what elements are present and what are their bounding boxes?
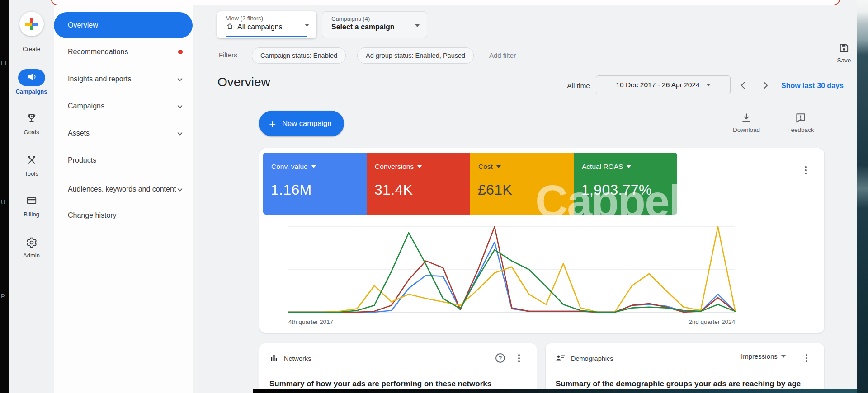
nav-item-label: Change history bbox=[68, 210, 183, 221]
active-tab-underline bbox=[226, 36, 307, 37]
new-campaign-button[interactable]: + New campaign bbox=[259, 111, 344, 136]
notification-banner-edge bbox=[51, 0, 840, 5]
view-selector-value: All campaigns bbox=[237, 23, 283, 31]
campaign-selector-caption: Campaigns (4) bbox=[331, 15, 427, 22]
nav-item-audiences-keywords-and-content[interactable]: Audiences, keywords and content bbox=[54, 177, 193, 202]
scorecard-conv-value[interactable]: Conv. value1.16M bbox=[263, 153, 367, 215]
scorecard-cost[interactable]: Cost£61K bbox=[470, 153, 574, 215]
sidebar-item-create[interactable] bbox=[9, 12, 54, 36]
notification-dot bbox=[178, 50, 183, 54]
overview-summary-card: Conv. value1.16MConversions31.4KCost£61K… bbox=[259, 148, 825, 333]
demographics-menu-kebab-icon[interactable] bbox=[804, 352, 809, 364]
sidebar-label-admin: Admin bbox=[9, 252, 54, 259]
help-icon[interactable]: ? bbox=[495, 353, 505, 363]
chevron-down-icon bbox=[781, 355, 786, 358]
next-period-button[interactable] bbox=[760, 80, 771, 91]
filter-chip-adgroup-status[interactable]: Ad group status: Enabled, Paused bbox=[357, 47, 474, 64]
plus-icon: + bbox=[269, 118, 276, 130]
background-text-fragment: U bbox=[1, 199, 5, 206]
sidebar-item-goals[interactable] bbox=[9, 112, 54, 126]
download-icon bbox=[741, 117, 752, 125]
previous-period-button[interactable] bbox=[737, 80, 749, 91]
add-filter-button[interactable]: Add filter bbox=[489, 51, 516, 59]
scorecard-value: 31.4K bbox=[374, 182, 413, 198]
gear-icon bbox=[26, 242, 38, 250]
view-selector[interactable]: View (2 filters) All campaigns bbox=[217, 11, 316, 38]
scorecard-metric-label: Conv. value bbox=[271, 163, 308, 171]
nav-item-insights-and-reports[interactable]: Insights and reports bbox=[54, 69, 193, 89]
nav-item-products[interactable]: Products bbox=[54, 150, 193, 170]
nav-item-assets[interactable]: Assets bbox=[54, 123, 193, 143]
page-title: Overview bbox=[217, 75, 270, 89]
view-selector-caption: View (2 filters) bbox=[226, 15, 316, 22]
nav-item-campaigns[interactable]: Campaigns bbox=[54, 96, 193, 116]
x-axis-label-right: 2nd quarter 2024 bbox=[644, 318, 735, 325]
filter-chip-campaign-status[interactable]: Campaign status: Enabled bbox=[252, 47, 346, 64]
chevron-down-icon bbox=[305, 24, 309, 27]
sidebar-label-goals: Goals bbox=[9, 129, 54, 136]
chevron-down-icon bbox=[311, 165, 316, 168]
bar-chart-icon bbox=[269, 353, 278, 364]
wallpaper-strip bbox=[857, 0, 868, 393]
app-sidebar: CreateCampaignsGoalsToolsBillingAdmin bbox=[9, 0, 54, 393]
card-menu-kebab-icon[interactable] bbox=[803, 164, 808, 176]
sidebar-label-campaigns: Campaigns bbox=[9, 88, 54, 95]
demographics-metric-dropdown[interactable]: Impressions bbox=[741, 352, 786, 363]
download-button[interactable]: Download bbox=[728, 112, 764, 133]
chevron-down-icon bbox=[177, 127, 183, 139]
background-text-fragment: EL bbox=[1, 60, 8, 66]
google-ads-overview-screen: { "background": { "left_strip_letters": … bbox=[0, 0, 868, 393]
background-text-fragment: P bbox=[1, 293, 5, 299]
billing-card-icon bbox=[26, 200, 38, 208]
feedback-label: Feedback bbox=[783, 126, 819, 133]
chevron-down-icon bbox=[417, 165, 422, 168]
nav-item-recommendations[interactable]: Recommendations bbox=[54, 42, 193, 62]
nav-item-overview[interactable]: Overview bbox=[54, 12, 193, 38]
scorecard-value: 1.16M bbox=[271, 182, 311, 198]
date-range-value: 10 Dec 2017 - 26 Apr 2024 bbox=[616, 81, 699, 89]
feedback-icon bbox=[795, 117, 807, 125]
chevron-down-icon bbox=[177, 100, 183, 112]
chart-series-conv-value bbox=[288, 242, 735, 312]
feedback-button[interactable]: Feedback bbox=[783, 112, 819, 133]
sidebar-label-billing: Billing bbox=[9, 211, 54, 218]
sidebar-item-admin[interactable] bbox=[9, 237, 54, 250]
networks-card: Networks ? Summary of how your ads are p… bbox=[259, 343, 537, 393]
show-last-30-days-link[interactable]: Show last 30 days bbox=[781, 82, 844, 90]
left-nav-panel: OverviewRecommendationsInsights and repo… bbox=[54, 0, 193, 393]
networks-menu-kebab-icon[interactable] bbox=[516, 352, 522, 364]
campaign-selector[interactable]: Campaigns (4) Select a campaign bbox=[322, 11, 427, 38]
chevron-down-icon bbox=[177, 73, 183, 85]
new-campaign-label: New campaign bbox=[282, 119, 331, 128]
scorecard-actual-roas[interactable]: Actual ROAS1,903.77% bbox=[574, 153, 677, 215]
save-button[interactable]: Save bbox=[831, 42, 857, 64]
nav-item-label: Insights and reports bbox=[68, 73, 177, 85]
nav-item-change-history[interactable]: Change history bbox=[54, 206, 193, 225]
megaphone-icon bbox=[26, 71, 38, 84]
nav-item-label: Campaigns bbox=[68, 100, 177, 112]
create-plus-icon bbox=[19, 12, 44, 36]
x-axis-label-left: 4th quarter 2017 bbox=[288, 318, 333, 325]
sidebar-item-billing[interactable] bbox=[9, 195, 54, 208]
demographics-metric-value: Impressions bbox=[741, 352, 778, 360]
sidebar-item-campaigns[interactable] bbox=[9, 69, 54, 86]
background-window-strip: ELUP bbox=[0, 0, 9, 393]
demographics-summary: Summary of the demographic groups your a… bbox=[556, 379, 801, 388]
sidebar-item-tools[interactable] bbox=[9, 154, 54, 168]
home-icon bbox=[226, 23, 234, 32]
networks-card-title: Networks bbox=[284, 355, 311, 362]
nav-item-label: Recommendations bbox=[68, 46, 178, 58]
nav-item-label: Audiences, keywords and content bbox=[68, 183, 177, 195]
scorecard-metric-label: Conversions bbox=[375, 163, 414, 171]
nav-item-label: Products bbox=[68, 154, 183, 166]
chevron-down-icon bbox=[496, 165, 501, 168]
demographics-card-title: Demographics bbox=[571, 355, 613, 362]
scorecard-metric-label: Actual ROAS bbox=[582, 163, 623, 171]
date-range-picker[interactable]: 10 Dec 2017 - 26 Apr 2024 bbox=[596, 75, 731, 94]
networks-summary: Summary of how your ads are performing o… bbox=[269, 379, 491, 388]
save-label: Save bbox=[831, 57, 857, 64]
chevron-down-icon bbox=[177, 183, 183, 195]
section-divider bbox=[193, 67, 857, 67]
scorecard-conversions[interactable]: Conversions31.4K bbox=[367, 153, 470, 215]
main-content: View (2 filters) All campaigns Campaigns… bbox=[193, 0, 857, 393]
